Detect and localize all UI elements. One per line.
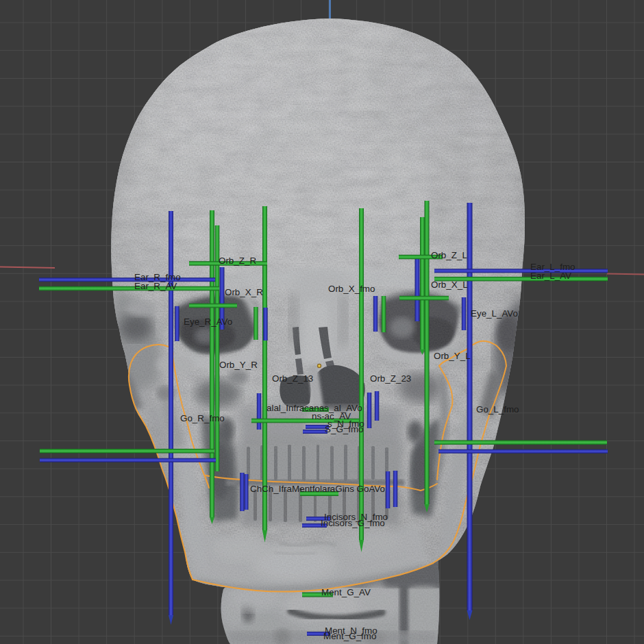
svg-text:Orb_Y_L: Orb_Y_L (434, 351, 471, 361)
svg-text:Orb_Z_13: Orb_Z_13 (272, 373, 313, 384)
svg-text:Eye_L_AVo: Eye_L_AVo (471, 308, 518, 319)
svg-text:Ment_G_AV: Ment_G_AV (321, 587, 371, 597)
svg-text:Eye_R_AVo: Eye_R_AVo (184, 317, 232, 327)
svg-text:S_G_fmo: S_G_fmo (325, 424, 364, 434)
svg-text:Go_L_fmo: Go_L_fmo (476, 404, 519, 414)
svg-text:Orb_Y_R: Orb_Y_R (219, 360, 258, 370)
svg-text:Orb_Z_L: Orb_Z_L (431, 250, 467, 260)
svg-text:Orb_X_R: Orb_X_R (225, 287, 263, 297)
svg-text:ChCh_IfraMentfolaraGins GoAVo: ChCh_IfraMentfolaraGins GoAVo (250, 484, 385, 494)
svg-text:Orb_Z_R: Orb_Z_R (219, 256, 256, 266)
svg-text:Orb_X_L: Orb_X_L (431, 280, 468, 290)
svg-text:Ment_G_fmo: Ment_G_fmo (323, 631, 376, 641)
svg-text:Ear_L_AV: Ear_L_AV (530, 271, 571, 281)
svg-text:Ear_R_AV: Ear_R_AV (134, 281, 177, 291)
svg-text:Orb_X_fmo: Orb_X_fmo (328, 284, 375, 294)
svg-text:Go_R_fmo: Go_R_fmo (180, 413, 225, 423)
svg-text:Incisors_G_fmo: Incisors_G_fmo (321, 518, 385, 528)
svg-text:Orb_Z_23: Orb_Z_23 (370, 373, 411, 384)
